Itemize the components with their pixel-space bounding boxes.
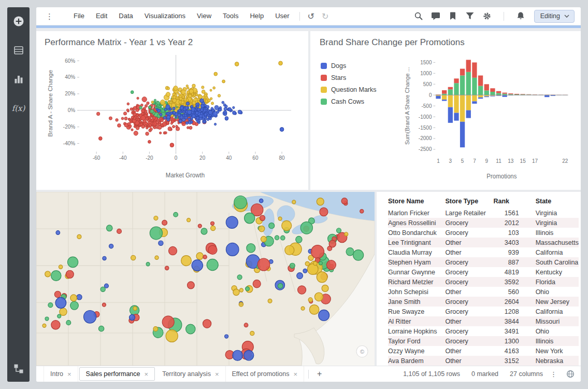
data-panel-icon[interactable]	[13, 45, 24, 56]
table-row[interactable]: Lorraine HopkinsGrocery3491Ohio	[388, 326, 579, 336]
menu-edit[interactable]: Edit	[90, 7, 113, 25]
menu-file[interactable]: File	[68, 7, 90, 25]
table-cell: Massachusetts	[526, 238, 579, 247]
close-tab-icon[interactable]: ×	[293, 371, 297, 378]
table-cell: 887	[493, 257, 526, 267]
table-cell: Marlon Fricker	[388, 208, 445, 218]
barchart-visualization-panel[interactable]: Brand Share Change per Promotions DogsSt…	[310, 31, 581, 190]
columns-info: 27 columns	[510, 370, 543, 378]
marked-info: 0 marked	[471, 370, 498, 378]
legend-item-question-marks[interactable]: Question Marks	[321, 86, 404, 93]
visualizations-icon[interactable]	[13, 74, 24, 85]
table-row[interactable]: Claudia MurrayOther939California	[388, 247, 579, 257]
table-cell: 2012	[493, 218, 526, 228]
table-row[interactable]: Marlon FrickerLarge Retailer1561Virginia	[388, 208, 579, 218]
rows-info: 1,105 of 1,105 rows	[403, 370, 460, 378]
data-canvas-icon[interactable]	[13, 363, 24, 374]
legend-item-dogs[interactable]: Dogs	[321, 62, 404, 70]
table-row[interactable]: Stephen HyamGrocery887South Carolina	[388, 257, 579, 267]
svg-text:Brand A - Share Change: Brand A - Share Change	[47, 70, 54, 137]
table-cell: New Jersey	[526, 297, 579, 307]
svg-text:15: 15	[520, 158, 526, 164]
table-row[interactable]: Agnes RosselliniGrocery2012Virginia	[388, 218, 579, 228]
comments-icon[interactable]	[431, 11, 440, 21]
table-row[interactable]: Gunnar GwynneGrocery4819Kentucky	[388, 267, 579, 277]
toolbar-divider	[504, 12, 504, 21]
column-header-state[interactable]: State	[526, 196, 579, 208]
editing-mode-dropdown[interactable]: Editing	[534, 10, 575, 23]
legend-item-cash-cows[interactable]: Cash Cows	[321, 98, 404, 105]
table-cell: Grocery	[445, 228, 493, 238]
scatter-plot[interactable]: -60-40-20020406080-40%-20%0%20%40%60%Mar…	[45, 50, 302, 185]
page-tab-territory-analysis[interactable]: Territory analysis×	[156, 366, 225, 382]
page-tab-intro[interactable]: Intro×	[44, 366, 78, 382]
close-tab-icon[interactable]: ×	[215, 371, 219, 378]
table-cell: California	[526, 247, 579, 257]
bar-chart[interactable]: 150010005000-500-1000-1500-2000-25001357…	[404, 50, 575, 185]
add-plus-icon[interactable]	[13, 16, 24, 27]
svg-text:22: 22	[562, 158, 568, 164]
menu-visualizations[interactable]: Visualizations	[139, 7, 191, 25]
table-cell: Grocery	[445, 307, 493, 316]
svg-text:-40: -40	[119, 155, 127, 161]
left-rail: f(x)	[7, 7, 30, 382]
table-row[interactable]: Ozzy WayneOther4163New York	[388, 346, 579, 356]
table-options-icon[interactable]: ⋮	[548, 371, 559, 378]
functions-icon[interactable]: f(x)	[13, 103, 24, 114]
table-row[interactable]: Al RitterOther3844Missouri	[388, 316, 579, 326]
table-row[interactable]: John SchepisiOther560Ohio	[388, 287, 579, 297]
table-row[interactable]: Richard MetzlerGrocery3592Florida	[388, 277, 579, 287]
bookmark-icon[interactable]	[448, 11, 457, 21]
svg-text:5: 5	[461, 158, 464, 164]
menu-view[interactable]: View	[191, 7, 217, 25]
table-cell: 1561	[493, 208, 526, 218]
globe-icon[interactable]	[566, 370, 575, 378]
legend-swatch	[321, 99, 327, 105]
close-tab-icon[interactable]: ×	[145, 371, 149, 378]
table-cell: Illinois	[526, 336, 579, 346]
column-header-rank[interactable]: Rank	[493, 196, 526, 208]
table-cell: Richard Metzler	[388, 277, 445, 287]
table-cell: 3491	[493, 326, 526, 336]
table-row[interactable]: Jane SmithGrocery2604New Jersey	[388, 297, 579, 307]
table-visualization-panel[interactable]: Store NameStore TypeRankState Marlon Fri…	[377, 192, 581, 366]
search-icon[interactable]	[414, 11, 423, 21]
filter-icon[interactable]	[465, 11, 475, 21]
table-cell: Other	[445, 238, 493, 247]
notifications-bell-icon[interactable]	[516, 11, 525, 21]
close-tab-icon[interactable]: ×	[67, 371, 71, 378]
overflow-menu-icon[interactable]: ⋮	[44, 12, 55, 20]
page-tab-effect-of-promotions[interactable]: Effect of promotions×	[226, 366, 305, 382]
table-row[interactable]: Lee TrintignantOther3403Massachusetts	[388, 238, 579, 247]
column-header-store-type[interactable]: Store Type	[445, 196, 493, 208]
table-cell: Virginia	[526, 218, 579, 228]
table-row[interactable]: Rue SwayzeGrocery1208California	[388, 307, 579, 316]
svg-text:-1500: -1500	[419, 124, 432, 130]
redo-icon[interactable]: ↻	[318, 11, 332, 21]
page-tab-label: Territory analysis	[162, 370, 211, 378]
svg-text:©: ©	[360, 349, 364, 355]
page-tab-label: Sales performance	[86, 370, 140, 378]
table-row[interactable]: Otto BondarchukGrocery103Illinois	[388, 228, 579, 238]
undo-icon[interactable]: ↺	[304, 11, 318, 21]
page-tab-sales-performance[interactable]: Sales performance×	[79, 367, 155, 381]
column-header-store-name[interactable]: Store Name	[388, 196, 445, 208]
table-cell: John Schepisi	[388, 287, 445, 297]
scatter-visualization-panel[interactable]: Performance Matrix - Year 1 vs Year 2 -6…	[36, 31, 308, 190]
table-cell: 4819	[493, 267, 526, 277]
map-visualization-panel[interactable]: ©	[36, 192, 375, 366]
svg-text:60%: 60%	[65, 58, 75, 63]
settings-gear-icon[interactable]	[482, 11, 492, 21]
table-row[interactable]: Taylor FordGrocery1300Illinois	[388, 336, 579, 346]
svg-text:13: 13	[508, 158, 513, 164]
legend-item-stars[interactable]: Stars	[321, 74, 404, 81]
table-row[interactable]: Ava BardemOther3152Nebraska	[388, 356, 579, 366]
table-cell: 3403	[493, 238, 526, 247]
menu-user[interactable]: User	[269, 7, 295, 25]
menu-help[interactable]: Help	[244, 7, 269, 25]
table-cell: Claudia Murray	[388, 247, 445, 257]
menu-tools[interactable]: Tools	[217, 7, 244, 25]
svg-text:-20: -20	[146, 155, 153, 161]
add-page-button[interactable]: +	[313, 369, 326, 379]
menu-data[interactable]: Data	[113, 7, 138, 25]
